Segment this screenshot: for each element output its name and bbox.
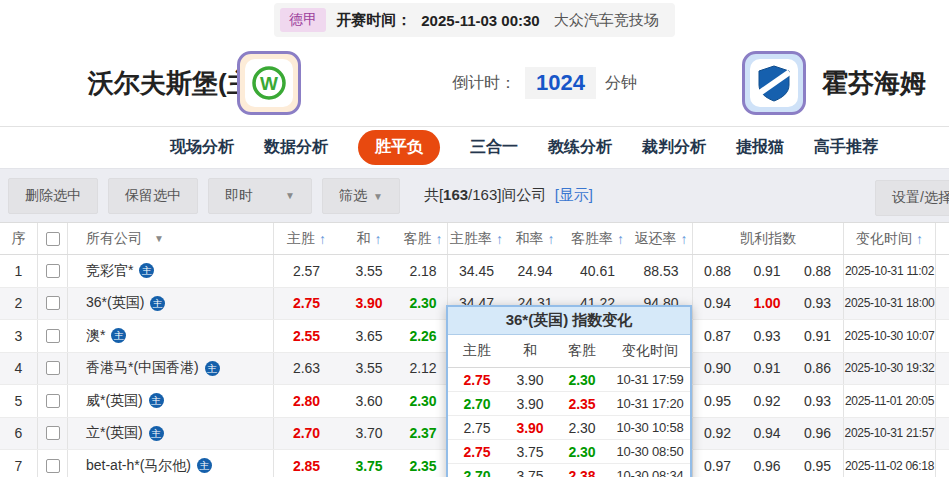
toolbar: 删除选中 保留选中 即时 ▼ 筛选▼ 共[163/163]间公司 [显示] 设置… bbox=[0, 168, 949, 222]
tab-2[interactable]: 数据分析 bbox=[264, 137, 328, 158]
tab-1[interactable]: 现场分析 bbox=[170, 137, 234, 158]
chevron-down-icon: ▼ bbox=[154, 233, 164, 244]
odds-cell[interactable]: 2.30 bbox=[399, 288, 447, 320]
row-index: 2 bbox=[0, 288, 37, 320]
home-team-name: 沃尔夫斯堡(主) bbox=[88, 66, 261, 101]
odds-cell[interactable]: 2.30 bbox=[399, 385, 447, 417]
company-name[interactable]: 澳*主 bbox=[67, 320, 273, 352]
filter-button[interactable]: 筛选▼ bbox=[322, 178, 400, 214]
col-away-odds[interactable]: 客胜↑ bbox=[399, 223, 447, 254]
odds-cell[interactable]: 2.18 bbox=[399, 255, 447, 287]
row-index: 6 bbox=[0, 418, 37, 450]
kelly-cell: 0.91 bbox=[792, 320, 843, 352]
company-name[interactable]: 香港马*(中国香港)主 bbox=[67, 353, 273, 385]
scoreboard: 沃尔夫斯堡(主) W 倒计时： 1024 分钟 霍芬海姆 bbox=[0, 40, 949, 127]
kelly-cell: 0.86 bbox=[792, 353, 843, 385]
odds-cell[interactable]: 2.37 bbox=[399, 418, 447, 450]
popup-col-draw: 和 bbox=[506, 342, 554, 360]
odds-cell[interactable]: 2.75 bbox=[273, 288, 339, 320]
tab-3[interactable]: 胜平负 bbox=[358, 130, 440, 165]
col-home-odds[interactable]: 主胜↑ bbox=[273, 223, 339, 254]
row-checkbox[interactable] bbox=[46, 394, 60, 408]
match-info-bar: 德甲 开赛时间： 2025-11-03 00:30 大众汽车竞技场 bbox=[0, 0, 949, 40]
row-checkbox[interactable] bbox=[46, 459, 60, 473]
count-prefix: 共[ bbox=[424, 186, 443, 203]
company-name[interactable]: 立*(英国)主 bbox=[67, 418, 273, 450]
col-return-rate[interactable]: 返还率↑ bbox=[630, 223, 692, 254]
tab-4[interactable]: 三合一 bbox=[470, 137, 518, 158]
odds-cell[interactable]: 2.63 bbox=[273, 353, 339, 385]
col-draw-rate[interactable]: 和率↑ bbox=[505, 223, 565, 254]
kelly-cell: 0.95 bbox=[692, 385, 742, 417]
change-time-cell: 2025-10-31 21:57 bbox=[843, 418, 935, 450]
row-checkbox[interactable] bbox=[46, 329, 60, 343]
col-home-label: 主胜 bbox=[287, 230, 315, 248]
tab-5[interactable]: 教练分析 bbox=[548, 137, 612, 158]
col-change-time[interactable]: 变化时间↑ bbox=[843, 223, 935, 254]
odds-cell[interactable]: 3.55 bbox=[339, 255, 399, 287]
company-name[interactable]: 威*(英国)主 bbox=[67, 385, 273, 417]
company-name[interactable]: bet-at-h*(马尔他)主 bbox=[67, 450, 273, 477]
popup-col-home: 主胜 bbox=[448, 342, 506, 360]
sort-up-icon: ↑ bbox=[436, 231, 443, 247]
table-row: 1竞彩官*主2.573.552.1834.4524.9440.6188.530.… bbox=[0, 255, 949, 288]
company-label: 香港马*(中国香港) bbox=[86, 359, 199, 377]
home-marker-icon: 主 bbox=[197, 458, 212, 473]
sort-up-icon: ↑ bbox=[617, 231, 624, 247]
hoffenheim-crest-icon bbox=[753, 62, 795, 104]
odds-cell[interactable]: 2.55 bbox=[273, 320, 339, 352]
row-checkbox[interactable] bbox=[46, 296, 60, 310]
settings-select-button[interactable]: 设置/选择 bbox=[875, 180, 949, 216]
change-time-cell: 2025-10-31 18:00 bbox=[843, 288, 935, 320]
odds-cell[interactable]: 2.70 bbox=[273, 418, 339, 450]
popup-title: 36*(英国) 指数变化 bbox=[448, 307, 690, 335]
col-away-rate[interactable]: 客胜率↑ bbox=[565, 223, 630, 254]
keep-selected-button[interactable]: 保留选中 bbox=[108, 178, 198, 214]
tab-7[interactable]: 捷报猫 bbox=[736, 137, 784, 158]
col-home-rate[interactable]: 主胜率↑ bbox=[447, 223, 505, 254]
odds-cell[interactable]: 3.70 bbox=[339, 418, 399, 450]
odds-cell[interactable]: 3.60 bbox=[339, 385, 399, 417]
odds-cell[interactable]: 3.90 bbox=[339, 288, 399, 320]
extra-cell bbox=[935, 450, 949, 477]
company-name[interactable]: 竞彩官*主 bbox=[67, 255, 273, 287]
tab-8[interactable]: 高手推荐 bbox=[814, 137, 878, 158]
away-logo-emblem bbox=[750, 59, 798, 107]
rate-cell: 88.53 bbox=[630, 255, 692, 287]
odds-cell[interactable]: 3.75 bbox=[339, 450, 399, 477]
odds-cell[interactable]: 2.57 bbox=[273, 255, 339, 287]
home-marker-icon: 主 bbox=[111, 328, 126, 343]
tab-6[interactable]: 裁判分析 bbox=[642, 137, 706, 158]
kelly-cell: 0.92 bbox=[692, 418, 742, 450]
odds-cell[interactable]: 2.26 bbox=[399, 320, 447, 352]
col-draw-rate-label: 和率 bbox=[516, 230, 544, 248]
col-change-time-label: 变化时间 bbox=[856, 230, 912, 248]
count-total: /163]间公司 bbox=[468, 186, 546, 203]
row-checkbox[interactable] bbox=[46, 361, 60, 375]
odds-cell[interactable]: 2.35 bbox=[399, 450, 447, 477]
popup-col-time: 变化时间 bbox=[610, 342, 690, 360]
select-all-checkbox[interactable] bbox=[46, 232, 60, 246]
change-time-cell: 2025-11-02 06:18 bbox=[843, 450, 935, 477]
kickoff-label: 开赛时间： bbox=[336, 11, 411, 30]
odds-cell[interactable]: 2.12 bbox=[399, 353, 447, 385]
show-link[interactable]: [显示] bbox=[555, 186, 593, 203]
time-mode-select[interactable]: 即时 ▼ bbox=[208, 178, 312, 214]
company-count: 共[163/163]间公司 [显示] bbox=[424, 186, 593, 205]
odds-cell[interactable]: 2.80 bbox=[273, 385, 339, 417]
row-select-cell bbox=[37, 450, 67, 477]
company-name[interactable]: 36*(英国)主 bbox=[67, 288, 273, 320]
odds-cell[interactable]: 2.85 bbox=[273, 450, 339, 477]
kelly-cell: 0.95 bbox=[792, 450, 843, 477]
popup-odds-cell: 3.75 bbox=[506, 444, 554, 460]
row-checkbox[interactable] bbox=[46, 426, 60, 440]
odds-cell[interactable]: 3.65 bbox=[339, 320, 399, 352]
delete-selected-button[interactable]: 删除选中 bbox=[8, 178, 98, 214]
sort-up-icon: ↑ bbox=[916, 231, 923, 247]
col-company[interactable]: 所有公司 ▼ bbox=[67, 223, 273, 254]
row-checkbox[interactable] bbox=[46, 264, 60, 278]
odds-cell[interactable]: 3.55 bbox=[339, 353, 399, 385]
league-badge[interactable]: 德甲 bbox=[280, 8, 326, 32]
kelly-cell: 0.94 bbox=[692, 288, 742, 320]
col-draw-odds[interactable]: 和↑ bbox=[339, 223, 399, 254]
